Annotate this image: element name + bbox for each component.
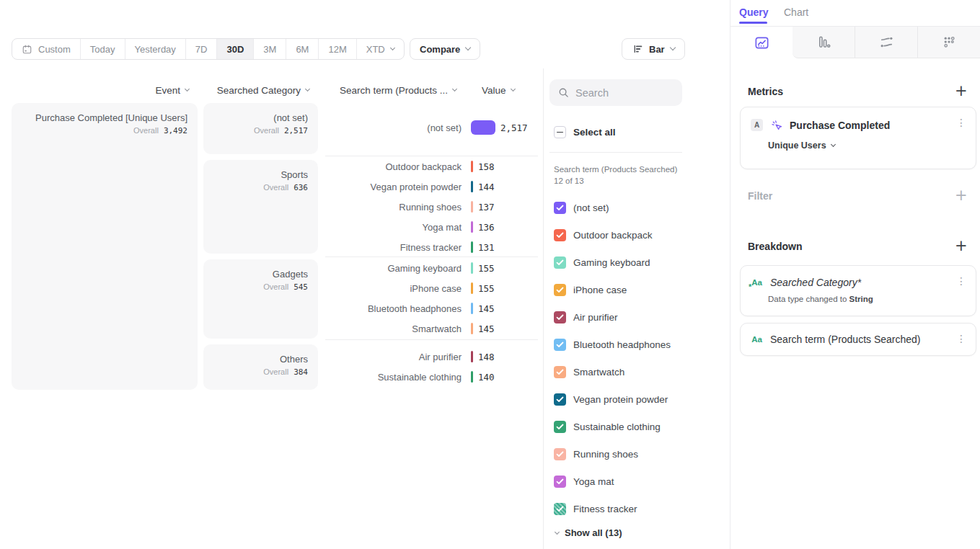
legend-item[interactable]: Running shoes [554,447,638,461]
legend-item[interactable]: Outdoor backpack [554,228,653,242]
value-bar [471,120,495,135]
category-card[interactable]: OthersOverall384 [203,344,318,390]
breakdown-card[interactable]: Aa Search term (Products Searched) ⋮ [740,323,976,356]
chevron-down-icon [510,86,515,91]
legend-checkbox[interactable] [554,393,566,406]
value-row[interactable]: Sustainable clothing140 [325,369,542,385]
date-range-xtd[interactable]: XTD [356,39,404,59]
legend-checkbox[interactable] [554,229,566,241]
legend-checkbox[interactable] [554,448,566,460]
check-icon [556,478,564,485]
value-row[interactable]: Yoga mat136 [325,219,542,235]
modified-asterisk: * [749,282,751,291]
category-card[interactable]: SportsOverall636 [203,160,318,254]
legend-checkbox[interactable] [554,202,566,214]
view-tab-retention[interactable] [917,27,980,58]
legend-label: Bluetooth headphones [573,339,671,350]
value-number: 144 [478,182,495,192]
value-row[interactable]: Outdoor backpack158 [325,159,542,174]
legend-checkbox[interactable] [554,339,566,351]
date-range-3m[interactable]: 3M [253,39,286,59]
select-all-row[interactable]: Select all [554,126,616,138]
legend-checkbox[interactable] [554,284,566,296]
legend-checkbox[interactable] [554,476,566,488]
column-header-value[interactable]: Value [482,84,515,96]
legend-label: Running shoes [573,449,638,460]
value-number: 136 [478,222,495,233]
date-range-label: 12M [328,44,346,55]
tab-chart[interactable]: Chart [784,6,808,18]
legend-item[interactable]: Fitness tracker [554,501,637,516]
value-row[interactable]: (not set)2,517 [325,120,542,135]
chevron-down-icon [465,45,471,50]
chevron-down-icon [555,530,560,535]
date-range-yesterday[interactable]: Yesterday [125,39,185,59]
category-card[interactable]: GadgetsOverall545 [203,259,318,339]
add-metric-button[interactable]: + [955,84,968,97]
metric-aggregation[interactable]: Unique Users [768,140,976,151]
legend-item[interactable]: Bluetooth headphones [554,337,671,352]
column-header-searched-category[interactable]: Searched Category [178,84,309,96]
legend-item[interactable]: Sustainable clothing [554,419,661,434]
legend-item[interactable]: iPhone case [554,282,627,297]
event-card[interactable]: Purchase Completed [Unique Users] Overal… [12,103,198,390]
legend-label: Yoga mat [573,476,614,487]
value-row[interactable]: Gaming keyboard155 [325,260,542,276]
legend-item[interactable]: (not set) [554,200,609,215]
legend-checkbox[interactable] [554,503,566,515]
legend-item[interactable]: Smartwatch [554,365,624,379]
column-header-label: Searched Category [217,85,301,96]
select-all-checkbox[interactable] [554,126,566,138]
kebab-menu-icon[interactable]: ⋮ [956,334,966,344]
breakdown-card[interactable]: Aa* Searched Category* ⋮ Data type chang… [740,265,976,316]
date-range-6m[interactable]: 6M [286,39,318,59]
legend-item[interactable]: Air purifier [554,310,618,324]
kebab-menu-icon[interactable]: ⋮ [956,117,966,128]
column-header-search-term[interactable]: Search term (Products ... [323,84,456,96]
legend-checkbox[interactable] [554,421,566,433]
view-tab-funnels[interactable] [793,27,855,58]
date-range-custom[interactable]: Custom [12,39,80,59]
date-range-7d[interactable]: 7D [185,39,217,59]
kebab-menu-icon[interactable]: ⋮ [956,276,966,286]
category-card[interactable]: (not set)Overall2,517 [203,103,318,154]
search-term-label: Sustainable clothing [325,372,462,383]
view-tab-insights[interactable] [730,27,793,58]
metric-card[interactable]: A Purchase Completed ⋮ Unique Users [740,107,976,169]
legend-item[interactable]: Vegan protein powder [554,392,668,406]
value-row[interactable]: Fitness tracker131 [325,239,542,255]
tab-query[interactable]: Query [739,6,768,18]
search-term-label: Gaming keyboard [325,263,462,274]
column-header-event[interactable]: Event [58,84,189,96]
search-input[interactable] [575,87,669,99]
compare-label: Compare [420,44,460,55]
compare-button[interactable]: Compare [410,38,480,60]
add-breakdown-button[interactable]: + [955,239,968,252]
breakdown-title: Searched Category* [770,277,861,288]
category-overall: Overall384 [211,367,308,377]
date-range-label: Custom [38,44,71,55]
view-tab-flows[interactable] [855,27,917,58]
value-row[interactable]: Running shoes137 [325,199,542,215]
date-range-30d[interactable]: 30D [216,39,253,59]
legend-checkbox[interactable] [554,256,566,269]
legend-item[interactable]: Gaming keyboard [554,255,650,269]
value-row[interactable]: iPhone case155 [325,280,542,296]
legend-item[interactable]: Yoga mat [554,474,614,488]
legend-checkbox[interactable] [554,366,566,378]
date-range-12m[interactable]: 12M [318,39,356,59]
legend-checkbox[interactable] [554,311,566,323]
add-filter-button[interactable]: + [955,189,968,202]
search-term-label: (not set) [325,122,462,133]
date-range-today[interactable]: Today [80,39,125,59]
value-row[interactable]: Air purifier148 [325,349,542,365]
value-row[interactable]: Bluetooth headphones145 [325,300,542,316]
search-term-label: Bluetooth headphones [325,303,462,314]
overall-value: 384 [293,367,308,377]
value-row[interactable]: Vegan protein powder144 [325,179,542,195]
legend-search[interactable] [549,79,682,106]
value-bar [471,303,473,314]
show-all-button[interactable]: Show all (13) [555,527,622,538]
value-row[interactable]: Smartwatch145 [325,321,542,336]
chart-type-button[interactable]: Bar [622,38,685,60]
